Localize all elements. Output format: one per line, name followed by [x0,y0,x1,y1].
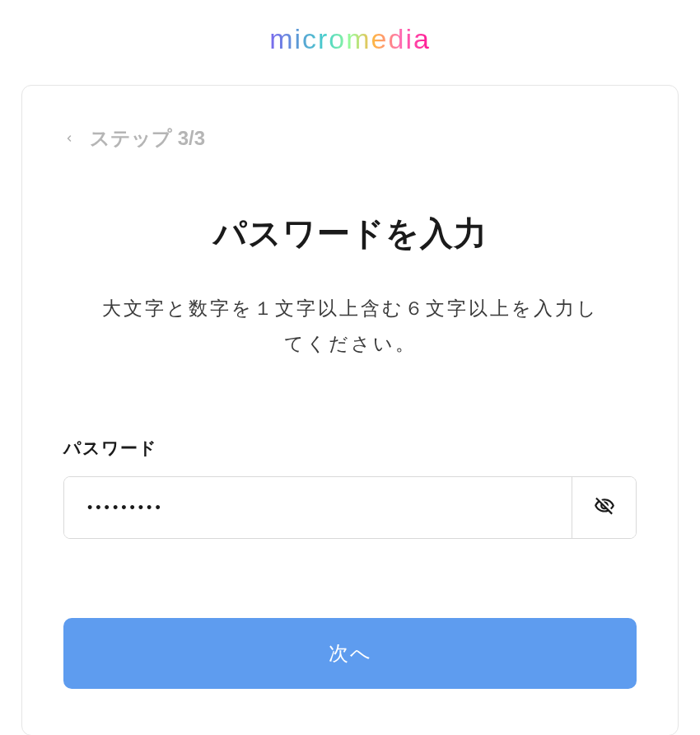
eye-off-icon [594,495,615,520]
chevron-left-icon[interactable] [63,129,75,147]
logo-container: micromedia [0,23,700,55]
password-input[interactable] [64,477,572,538]
password-input-wrapper [63,476,637,539]
password-label: パスワード [63,437,637,460]
signup-card: ステップ 3/3 パスワードを入力 大文字と数字を１文字以上含む６文字以上を入力… [21,85,679,735]
step-row: ステップ 3/3 [63,125,637,152]
next-button[interactable]: 次へ [63,618,637,689]
toggle-password-visibility-button[interactable] [572,477,636,538]
password-form-group: パスワード [63,437,637,539]
page-subtitle: 大文字と数字を１文字以上含む６文字以上を入力してください。 [95,291,605,361]
page-title: パスワードを入力 [63,211,637,256]
step-indicator: ステップ 3/3 [90,125,205,152]
brand-logo: micromedia [269,23,431,54]
